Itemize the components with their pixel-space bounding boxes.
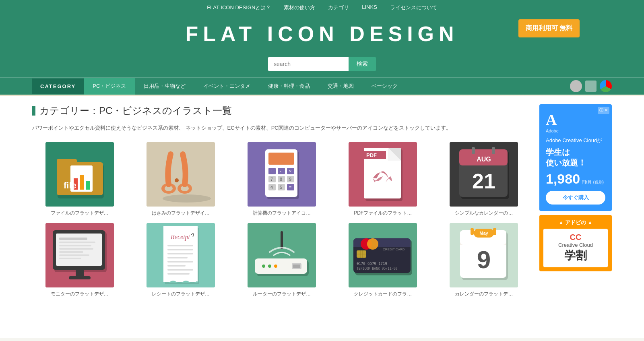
svg-text:+: + — [270, 168, 273, 174]
category-label: CATEGORY — [32, 79, 84, 94]
adobe-logo: A — [546, 111, 605, 128]
svg-rect-112 — [493, 228, 496, 235]
title-marker — [32, 106, 35, 116]
icon-card-router[interactable]: ルーターのフラットデザ… — [234, 223, 329, 298]
icon-card-receipt[interactable]: Receipt レシートのフラットデザ… — [133, 223, 228, 298]
icon-card-pdf[interactable]: PDF PDFファイルのフラット… — [336, 142, 430, 217]
icon-card-scissors[interactable]: はさみのフラットデザイ… — [133, 142, 228, 217]
cat-pc-business[interactable]: PC・ビジネス — [84, 78, 135, 95]
icon-card-monitor[interactable]: モニターのフラットデザ… — [32, 223, 127, 298]
icon-card-calendar2[interactable]: May 9 カレンダーのフラットデ… — [437, 223, 531, 298]
svg-text:-: - — [280, 168, 281, 174]
svg-rect-73 — [167, 253, 193, 254]
ad-price-note: (税別) — [593, 180, 604, 184]
nav-license[interactable]: ライセンスについて — [390, 4, 437, 11]
icon-card-file[interactable]: file ファイルのフラットデザ… — [32, 142, 127, 217]
sidebar: ⓘ ✕ A Adobe Adobe Creative Cloudが 学生は使い放… — [539, 104, 612, 330]
nav-category[interactable]: カテゴリ — [328, 4, 349, 11]
svg-text:×: × — [289, 169, 291, 174]
svg-text:4: 4 — [270, 185, 273, 190]
icon-card-calendar[interactable]: AUG 21 シンプルなカレンダーの… — [437, 142, 531, 217]
svg-text:TEPICOM BANK   05/11-00: TEPICOM BANK 05/11-00 — [357, 267, 397, 271]
svg-rect-52 — [472, 147, 475, 154]
icon-label-pdf: PDFファイルのフラット… — [354, 210, 412, 217]
cat-health[interactable]: 健康・料理・食品 — [259, 78, 319, 95]
search-bar: 検索 — [0, 57, 644, 71]
icon-card-calc[interactable]: + - × 7 8 9 4 5 = 計算機のフラットアイコ… — [234, 142, 329, 217]
svg-rect-60 — [59, 245, 91, 246]
ad-buy-button[interactable]: 今すぐ購入 — [546, 191, 605, 205]
ad-box: ⓘ ✕ A Adobe Adobe Creative Cloudが 学生は使い放… — [539, 104, 612, 211]
svg-rect-80 — [281, 231, 283, 249]
icon-thumb-calendar2: May 9 — [450, 223, 518, 287]
cat-transport[interactable]: 交通・地図 — [319, 78, 363, 95]
top-nav: FLAT ICON DESIGNとは？ 素材の使い方 カテゴリ LINKS ライ… — [0, 0, 644, 15]
icon-label-calendar: シンプルなカレンダーの… — [455, 210, 513, 217]
svg-point-83 — [262, 265, 265, 268]
svg-text:=: = — [289, 185, 291, 190]
nav-usage[interactable]: 素材の使い方 — [284, 4, 315, 11]
svg-point-15 — [175, 178, 179, 182]
icon-thumb-router — [248, 223, 316, 287]
svg-text:5: 5 — [280, 185, 282, 190]
site-title: FLAT ICON DESIGN — [185, 22, 458, 46]
svg-text:CREDIT CARD: CREDIT CARD — [383, 248, 405, 251]
cat-event[interactable]: イベント・エンタメ — [194, 78, 259, 95]
icon-thumb-calc: + - × 7 8 9 4 5 = — [248, 142, 316, 207]
svg-rect-77 — [167, 269, 193, 271]
search-button[interactable]: 検索 — [349, 57, 376, 71]
svg-rect-64 — [59, 258, 81, 259]
adobe-sub: Adobe — [546, 128, 605, 133]
ad-bottom-label: ▲ アドビの ▲ — [543, 219, 608, 226]
icon-label-calendar2: カレンダーのフラットデ… — [455, 291, 513, 298]
svg-rect-72 — [167, 249, 193, 250]
icon-thumb-receipt: Receipt — [147, 223, 215, 287]
icon-grid: file ファイルのフラットデザ… — [32, 142, 531, 298]
svg-text:21: 21 — [472, 169, 495, 193]
green-filter[interactable] — [585, 81, 597, 92]
svg-text:9: 9 — [289, 177, 291, 182]
cat-daily[interactable]: 日用品・生物など — [135, 78, 194, 95]
content-area: カテゴリー：PC・ビジネスのイラスト一覧 パワーポイントやエクセル資料に使えそう… — [32, 104, 531, 330]
icon-thumb-calendar: AUG 21 — [450, 142, 518, 207]
hero-section: FLAT ICON DESIGN 商用利用可 無料 — [0, 15, 644, 54]
nav-about[interactable]: FLAT ICON DESIGNとは？ — [207, 4, 271, 11]
ad-price-row: 1,980 円/月 (税別) — [546, 171, 605, 187]
cc-discount: 学割 — [547, 248, 604, 263]
search-input[interactable] — [268, 57, 349, 71]
ad-price-unit: 円/月 — [582, 180, 592, 184]
color-filter-icons — [570, 80, 612, 92]
svg-rect-74 — [167, 257, 188, 258]
icon-thumb-scissors — [147, 142, 215, 207]
color-wheel-filter[interactable] — [600, 80, 612, 92]
svg-text:7: 7 — [270, 177, 273, 182]
svg-point-84 — [268, 265, 271, 268]
ad-title: Adobe Creative Cloudが — [546, 136, 605, 145]
page-description: パワーポイントやエクセル資料に使えそうなビジネス系の素材、 ネットショップ、EC… — [32, 124, 531, 132]
category-nav: CATEGORY PC・ビジネス 日用品・生物など イベント・エンタメ 健康・料… — [0, 77, 644, 95]
svg-text:8: 8 — [280, 177, 282, 182]
svg-point-85 — [274, 265, 277, 268]
svg-text:Receipt: Receipt — [170, 234, 190, 241]
cc-logo-area: CC Creative Cloud 学割 — [543, 229, 608, 267]
svg-text:file: file — [64, 180, 76, 190]
icon-thumb-monitor — [45, 223, 114, 287]
ad-price: 1,980 — [546, 171, 580, 186]
svg-rect-71 — [167, 245, 193, 246]
svg-rect-19 — [268, 153, 294, 165]
gray-filter[interactable] — [570, 80, 582, 92]
nav-links[interactable]: LINKS — [362, 4, 377, 11]
icon-label-scissors: はさみのフラットデザイ… — [152, 210, 210, 217]
page-title: カテゴリー：PC・ビジネスのイラスト一覧 — [32, 104, 531, 117]
svg-rect-21 — [278, 168, 285, 174]
cat-basic[interactable]: ベーシック — [363, 78, 407, 95]
svg-rect-58 — [59, 238, 87, 240]
icon-card-card[interactable]: 0170 6579 1719 TEPICOM BANK 05/11-00 CRE… — [336, 223, 430, 298]
svg-rect-75 — [167, 261, 193, 262]
icon-label-receipt: レシートのフラットデザ… — [152, 291, 210, 298]
cc-title: Creative Cloud — [547, 242, 604, 248]
free-badge: 商用利用可 無料 — [518, 19, 580, 37]
svg-rect-61 — [59, 248, 93, 250]
svg-text:9: 9 — [477, 246, 491, 273]
icon-label-file: ファイルのフラットデザ… — [51, 210, 109, 217]
